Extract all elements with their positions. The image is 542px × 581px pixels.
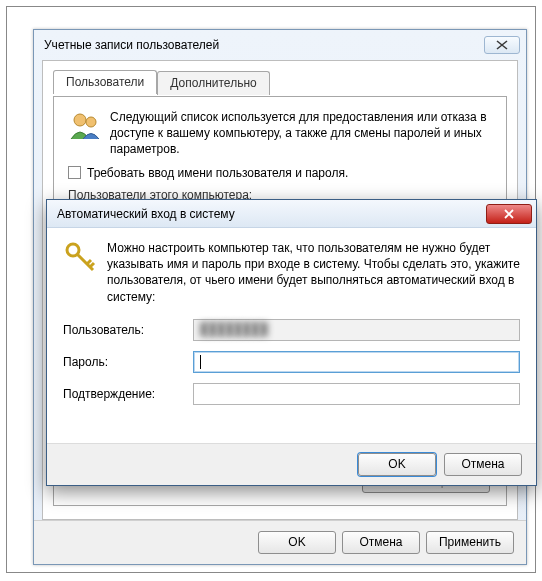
password-field[interactable]	[193, 351, 520, 373]
text-caret	[200, 355, 201, 369]
auto-login-footer: OK Отмена	[47, 443, 536, 485]
user-accounts-footer: OK Отмена Применить	[34, 520, 526, 564]
ok-button[interactable]: OK	[258, 531, 336, 554]
user-accounts-title: Учетные записи пользователей	[44, 38, 219, 52]
tabstrip: Пользователи Дополнительно	[53, 69, 517, 95]
confirm-field[interactable]	[193, 383, 520, 405]
user-field[interactable]: ████████	[193, 319, 520, 341]
user-label: Пользователь:	[63, 323, 193, 337]
auto-login-description: Можно настроить компьютер так, что польз…	[107, 240, 520, 305]
canvas-border: Учетные записи пользователей Пользовател…	[6, 6, 536, 573]
password-label: Пароль:	[63, 355, 193, 369]
cancel-button[interactable]: Отмена	[444, 453, 522, 476]
checkbox-icon[interactable]	[68, 166, 81, 179]
tab-advanced[interactable]: Дополнительно	[157, 71, 269, 95]
ok-button[interactable]: OK	[358, 453, 436, 476]
user-accounts-titlebar[interactable]: Учетные записи пользователей	[34, 30, 526, 60]
auto-login-titlebar[interactable]: Автоматический вход в систему	[47, 200, 536, 228]
auto-login-title: Автоматический вход в систему	[57, 207, 235, 221]
svg-point-0	[74, 114, 86, 126]
require-login-label: Требовать ввод имени пользователя и паро…	[87, 166, 348, 180]
confirm-label: Подтверждение:	[63, 387, 193, 401]
keys-icon	[63, 240, 97, 274]
svg-point-1	[86, 117, 96, 127]
auto-login-form: Пользователь: ████████ Пароль: Подтвержд…	[63, 319, 520, 405]
cancel-button[interactable]: Отмена	[342, 531, 420, 554]
tab-users[interactable]: Пользователи	[53, 70, 157, 94]
auto-login-dialog: Автоматический вход в систему Можно наст…	[46, 199, 537, 486]
close-icon[interactable]	[484, 36, 520, 54]
users-icon	[68, 109, 102, 143]
intro-text: Следующий список используется для предос…	[110, 109, 492, 158]
apply-button[interactable]: Применить	[426, 531, 514, 554]
require-login-checkbox[interactable]: Требовать ввод имени пользователя и паро…	[10, 164, 506, 186]
close-icon[interactable]	[486, 204, 532, 224]
